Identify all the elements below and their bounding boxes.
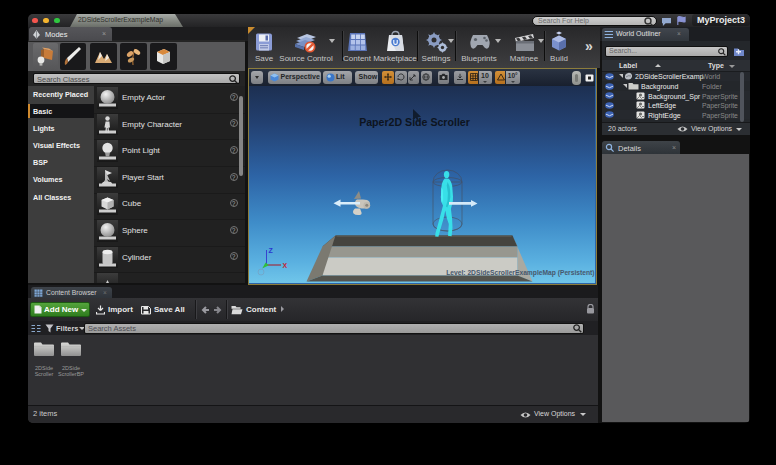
svg-text:Z: Z xyxy=(269,247,274,254)
svg-text:Level: 2DSideScrollerExampleMa: Level: 2DSideScrollerExampleMap (Persist… xyxy=(446,269,594,277)
svg-text:X: X xyxy=(283,262,288,269)
